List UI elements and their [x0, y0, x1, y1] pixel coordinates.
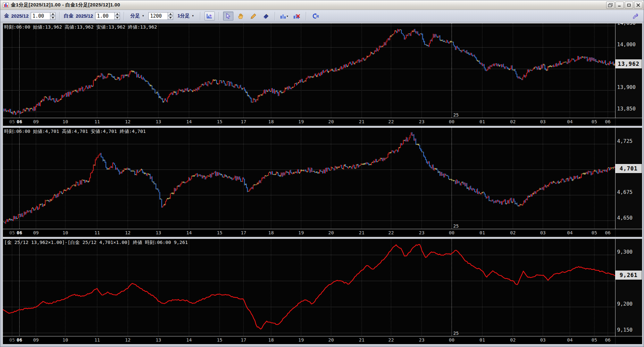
title-bar: 金1分足[2025/12]1.00 - 白金1分足[2025/12]1.00: [0, 0, 644, 10]
time-tick-label: 05: [9, 337, 15, 343]
bar-count-value[interactable]: 1200: [148, 12, 168, 20]
time-tick-label: 19: [298, 119, 304, 124]
time-tick-label: 20: [328, 337, 334, 343]
time-tick-label: 05: [591, 337, 597, 343]
platinum-price-axis: 4,701 4,7254,6754,650: [615, 128, 642, 229]
price-tick-label: 13,900: [617, 84, 636, 90]
platinum-ratio-down-button[interactable]: [114, 16, 120, 20]
gold-plot[interactable]: 時刻:06:00 始値:13,962 高値:13,962 安値:13,962 終…: [3, 23, 615, 118]
gold-ratio-value[interactable]: 1.00: [31, 12, 50, 20]
bar-count-spinner: 1200: [148, 12, 173, 20]
remove-indicator-button[interactable]: [292, 12, 302, 21]
time-tick-label: 06: [605, 337, 610, 343]
chart-settings-button[interactable]: [205, 12, 215, 21]
spread-current-value: 9,261: [615, 271, 642, 280]
time-tick-label: 04: [567, 337, 573, 343]
price-tick-label: 4,675: [617, 189, 632, 195]
minimize-button[interactable]: [615, 2, 624, 9]
platinum-ratio-up-button[interactable]: [114, 12, 120, 16]
platinum-ohlc-info: 時刻:06:00 始値:4,701 高値:4,701 安値:4,701 終値:4…: [4, 128, 146, 134]
platinum-contract-month: 2025/12: [76, 13, 93, 19]
gold-ratio-spinner: 1.00: [31, 12, 55, 20]
time-tick-label: 12: [125, 337, 130, 343]
gold-ohlc-info: 時刻:06:00 始値:13,962 高値:13,962 安値:13,962 終…: [4, 24, 157, 30]
gold-ratio-down-button[interactable]: [50, 16, 55, 20]
gold-time-axis: 0506091011121314151718192021222300010203…: [3, 118, 642, 126]
select-cursor-icon: [225, 13, 231, 19]
spread-info: [金 25/12 13,962×1.00]-[白金 25/12 4,701×1.…: [4, 239, 188, 246]
spread-price-axis: 9,261 9,3009,2009,150: [615, 239, 642, 336]
gold-current-price: 13,962: [615, 59, 642, 68]
time-tick-label: 06: [17, 337, 22, 343]
time-tick-label: 09: [33, 119, 38, 124]
date-label: 25: [453, 223, 459, 229]
maximize-button[interactable]: [625, 2, 633, 9]
bar-chart-icon: [280, 13, 289, 19]
time-tick-label: 11: [94, 230, 100, 235]
chart-area: 時刻:06:00 始値:13,962 高値:13,962 安値:13,962 終…: [0, 22, 644, 347]
time-tick-label: 15: [217, 337, 222, 343]
time-tick-label: 17: [241, 337, 246, 343]
time-tick-label: 10: [63, 337, 68, 343]
time-tick-label: 10: [63, 230, 68, 235]
platinum-ratio-spinner: 1.00: [95, 12, 120, 20]
time-tick-label: 09: [33, 337, 38, 343]
eraser-button[interactable]: [261, 12, 271, 21]
refresh-icon: R: [312, 13, 319, 19]
time-tick-label: 15: [217, 230, 222, 235]
time-tick-label: 22: [388, 119, 394, 124]
select-cursor-button[interactable]: [223, 12, 233, 21]
time-tick-label: 14: [186, 337, 192, 343]
bar-count-up-button[interactable]: [168, 12, 173, 16]
toolbar-separator: [306, 12, 306, 20]
chart-type-button[interactable]: [279, 12, 289, 21]
time-tick-label: 06: [605, 230, 610, 235]
time-tick-label: 04: [567, 119, 573, 124]
time-tick-label: 03: [540, 230, 546, 235]
price-tick-label: 9,150: [617, 327, 632, 333]
time-tick-label: 09: [33, 230, 38, 235]
time-tick-label: 03: [540, 337, 546, 343]
time-tick-label: 11: [94, 337, 100, 343]
time-tick-label: 04: [567, 230, 573, 235]
time-tick-label: 02: [510, 337, 515, 343]
close-button[interactable]: [634, 2, 642, 9]
time-tick-label: 17: [241, 119, 246, 124]
svg-text:R: R: [316, 14, 319, 18]
tools-wrench-button[interactable]: [630, 12, 640, 21]
platinum-ratio-value[interactable]: 1.00: [95, 12, 114, 20]
time-tick-label: 12: [125, 119, 130, 124]
chevron-down-icon: ▼: [142, 14, 144, 17]
time-tick-label: 05: [591, 119, 597, 124]
platinum-time-axis: 0506091011121314151718192021222300010203…: [3, 229, 642, 237]
time-tick-label: 03: [540, 119, 546, 124]
price-tick-label: 4,725: [617, 138, 632, 144]
time-tick-label: 13: [155, 119, 161, 124]
draw-pencil-button[interactable]: [248, 12, 258, 21]
time-tick-label: 13: [155, 230, 161, 235]
price-tick-label: 9,200: [617, 301, 632, 307]
spread-plot[interactable]: [金 25/12 13,962×1.00]-[白金 25/12 4,701×1.…: [3, 239, 615, 336]
price-tick-label: 14,050: [617, 23, 636, 26]
time-tick-label: 17: [241, 230, 246, 235]
bar-count-down-button[interactable]: [168, 16, 173, 20]
time-tick-label: 05: [591, 230, 597, 235]
interval-dropdown[interactable]: 1分足 ▼: [175, 12, 196, 20]
refresh-button[interactable]: R: [310, 12, 321, 21]
spread-chart-panel: [金 25/12 13,962×1.00]-[白金 25/12 4,701×1.…: [3, 239, 642, 344]
time-tick-label: 19: [298, 337, 304, 343]
time-tick-label: 02: [510, 119, 515, 124]
time-tick-label: 00: [449, 230, 454, 235]
platinum-plot[interactable]: 時刻:06:00 始値:4,701 高値:4,701 安値:4,701 終値:4…: [3, 128, 615, 229]
time-tick-label: 12: [125, 230, 130, 235]
time-tick-label: 21: [359, 337, 364, 343]
bar-type-dropdown[interactable]: 分足 ▼: [128, 12, 146, 20]
pan-hand-button[interactable]: [236, 12, 246, 21]
price-tick-label: 9,300: [617, 249, 632, 255]
price-tick-label: 4,650: [617, 215, 632, 221]
toolbar-separator: [275, 12, 275, 20]
new-window-button[interactable]: [606, 2, 615, 9]
app-candlestick-icon: [3, 3, 9, 8]
gold-price-axis: 13,962 14,05014,00013,90013,850: [615, 23, 642, 118]
gold-ratio-up-button[interactable]: [50, 12, 55, 16]
